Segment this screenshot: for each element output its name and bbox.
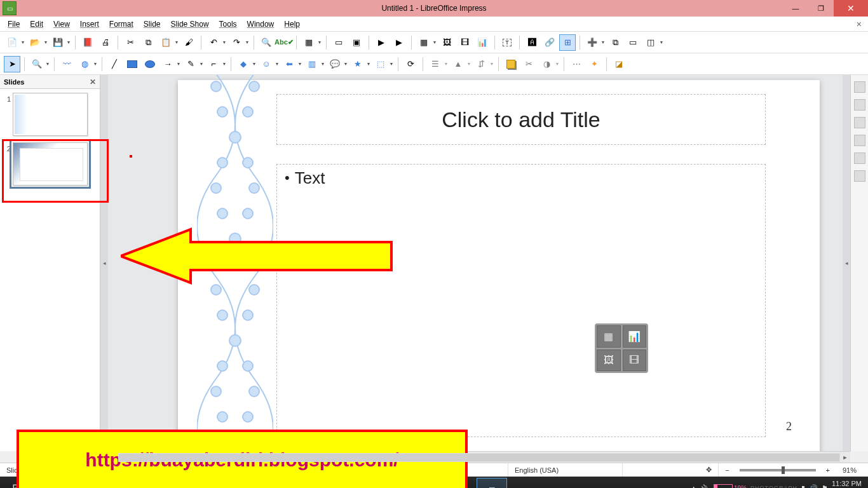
content-placeholder[interactable]: Text ▦ 📊 🖼 🎞 <box>276 164 766 437</box>
clone-formatting-button[interactable]: 🖌 <box>180 34 197 51</box>
insert-line-button[interactable]: ╱ <box>106 56 123 72</box>
find-replace-button[interactable]: 🔍 <box>258 34 275 51</box>
zoom-percent[interactable]: 91% <box>836 463 868 477</box>
crop-button[interactable]: ✂ <box>520 56 537 72</box>
slide-thumbnail-2[interactable]: 2 <box>4 142 96 186</box>
align-dropdown[interactable] <box>444 56 449 72</box>
points-button[interactable]: ⋯ <box>568 56 585 72</box>
layout-dropdown[interactable] <box>659 34 664 51</box>
rotate-button[interactable]: ⟳ <box>402 56 419 72</box>
taskbar-impress[interactable]: ▭ <box>477 478 507 488</box>
window-maximize-button[interactable]: ❐ <box>808 0 834 17</box>
new-slide-button[interactable]: ➕ <box>584 34 600 51</box>
block-arrows-dropdown[interactable] <box>297 56 302 72</box>
slide-layout-button[interactable]: ◫ <box>642 34 659 51</box>
3d-dropdown[interactable] <box>389 56 394 72</box>
menu-slideshow[interactable]: Slide Show <box>166 18 214 30</box>
menu-tools[interactable]: Tools <box>214 18 242 30</box>
curves-button[interactable]: ✎ <box>182 56 199 72</box>
show-draw-functions-button[interactable]: ⊞ <box>559 34 576 51</box>
open-dropdown[interactable] <box>43 34 48 51</box>
print-button[interactable]: 🖨 <box>97 34 114 51</box>
fill-color-button[interactable]: ◍ <box>76 56 93 72</box>
gluepoints-button[interactable]: ✦ <box>586 56 602 72</box>
delete-slide-button[interactable]: ▭ <box>625 34 641 51</box>
distribute-dropdown[interactable] <box>489 56 494 72</box>
insert-table-icon[interactable]: ▦ <box>597 325 621 348</box>
tray-network-icon[interactable]: ▮ <box>801 484 805 489</box>
stars-dropdown[interactable] <box>366 56 371 72</box>
connectors-button[interactable]: ⌐ <box>205 56 222 72</box>
stars-button[interactable]: ★ <box>349 56 366 72</box>
menu-slide[interactable]: Slide <box>139 18 166 30</box>
insert-image-icon[interactable]: 🖼 <box>597 349 621 372</box>
menu-help[interactable]: Help <box>279 18 305 30</box>
new-button[interactable]: 📄 <box>4 34 20 51</box>
lines-dropdown[interactable] <box>176 56 181 72</box>
zoom-dropdown[interactable] <box>45 56 50 72</box>
filter-button[interactable]: ◑ <box>538 56 555 72</box>
redo-dropdown[interactable] <box>245 34 250 51</box>
insert-media-icon[interactable]: 🎞 <box>623 349 647 372</box>
grid-dropdown[interactable] <box>317 34 322 51</box>
taskbar-clock[interactable]: 11:32 PM 8/9/2018 <box>832 480 862 488</box>
master-slide-button[interactable]: ▣ <box>348 34 365 51</box>
scroll-thumb[interactable] <box>119 454 839 461</box>
slide-canvas[interactable]: Click to add Title Text ▦ 📊 🖼 🎞 2 <box>178 80 820 451</box>
block-arrows-button[interactable]: ⬅ <box>281 56 297 72</box>
menu-view[interactable]: View <box>48 18 75 30</box>
duplicate-slide-button[interactable]: ⧉ <box>607 34 623 51</box>
callouts-dropdown[interactable] <box>343 56 348 72</box>
slide-editing-area[interactable]: Click to add Title Text ▦ 📊 🖼 🎞 2 <box>108 75 843 451</box>
sidebar-properties-tab[interactable] <box>854 81 865 93</box>
display-grid-button[interactable]: ▦ <box>301 34 317 51</box>
basic-shapes-dropdown[interactable] <box>252 56 257 72</box>
right-panel-expand-handle[interactable]: ◂ <box>843 75 850 451</box>
zoom-in-button[interactable]: + <box>820 463 836 477</box>
export-pdf-button[interactable]: 📕 <box>79 34 96 51</box>
sidebar-gallery-tab[interactable] <box>854 152 865 164</box>
slide-thumbnail-1[interactable]: 1 <box>4 93 96 136</box>
tray-volume-icon[interactable]: 🔊 <box>809 484 818 489</box>
symbol-dropdown[interactable] <box>275 56 280 72</box>
3d-objects-button[interactable]: ⬚ <box>372 56 389 72</box>
arrange-button[interactable]: ▲ <box>450 56 466 72</box>
fill-dropdown[interactable] <box>93 56 98 72</box>
flowchart-button[interactable]: ▥ <box>304 56 320 72</box>
new-dropdown[interactable] <box>20 34 25 51</box>
undo-button[interactable]: ↶ <box>205 34 222 51</box>
flowchart-dropdown[interactable] <box>320 56 325 72</box>
sidebar-navigator-tab[interactable] <box>854 170 865 182</box>
align-button[interactable]: ☰ <box>427 56 444 72</box>
menu-file[interactable]: File <box>3 18 25 30</box>
paste-dropdown[interactable] <box>174 34 179 51</box>
tray-expand-icon[interactable]: ▲ <box>690 484 697 488</box>
filter-dropdown[interactable] <box>555 56 560 72</box>
distribute-button[interactable]: ⇵ <box>473 56 489 72</box>
select-tool-button[interactable]: ➤ <box>4 56 20 72</box>
sidebar-master-slides-tab[interactable] <box>854 135 865 146</box>
title-placeholder[interactable]: Click to add Title <box>276 94 766 145</box>
scroll-right-button[interactable]: ► <box>840 454 850 461</box>
content-insert-icons[interactable]: ▦ 📊 🖼 🎞 <box>595 323 648 373</box>
paste-button[interactable]: 📋 <box>158 34 174 51</box>
insert-table-button[interactable]: ▦ <box>416 34 432 51</box>
new-slide-dropdown[interactable] <box>600 34 606 51</box>
tray-power-icon[interactable]: 🔌 <box>701 484 710 489</box>
display-views-button[interactable]: ▭ <box>330 34 347 51</box>
sidebar-slide-transition-tab[interactable] <box>854 99 865 111</box>
start-current-slide-button[interactable]: ▶ <box>391 34 407 51</box>
cut-button[interactable]: ✂ <box>122 34 139 51</box>
rectangle-button[interactable] <box>124 56 140 72</box>
horizontal-scrollbar[interactable]: ◄ ► <box>108 451 850 463</box>
save-button[interactable]: 💾 <box>50 34 66 51</box>
window-close-button[interactable]: ✕ <box>834 0 868 17</box>
menu-edit[interactable]: Edit <box>25 18 48 30</box>
basic-shapes-button[interactable]: ◆ <box>235 56 252 72</box>
shadow-button[interactable] <box>503 56 519 72</box>
insert-hyperlink-button[interactable]: 🔗 <box>541 34 558 51</box>
extrusion-button[interactable]: ◪ <box>611 56 627 72</box>
menu-format[interactable]: Format <box>104 18 139 30</box>
window-minimize-button[interactable]: — <box>783 0 808 17</box>
save-dropdown[interactable] <box>66 34 71 51</box>
